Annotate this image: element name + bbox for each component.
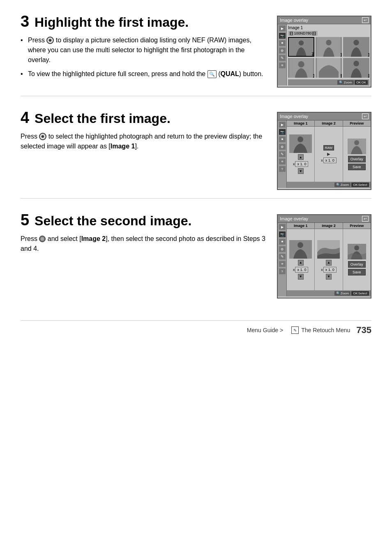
s2-icon-6: ≋ [279,159,286,164]
ok-btn: OK OK [355,80,368,85]
s3-icon-2: 📷 [279,231,286,237]
page-container: 3 Highlight the first image. Press ⊛ to … [0,0,392,344]
step-3-bullet-1: Press ⊛ to display a picture selection d… [21,35,269,65]
screen3-right-btns: Overlay Save [348,261,366,275]
screen3-col2-body: ▲ x x 1. 0 ▼ [315,229,343,290]
screen3-header: Image overlay ↩ [278,215,371,223]
screen2-col-headers: Image 1 Image 2 Preview [287,120,371,127]
screen3-col1-header: Image 1 [287,223,315,229]
s3-icon-4: ⚙ [279,246,286,252]
screen2-col2-body: RAW ▶ x x 1. 0 [315,127,343,182]
screen3-col3-body: Overlay Save [343,229,371,290]
screen2-col1-scale-val: x 1. 0 [295,161,308,167]
step-5-body: Press and select [Image 2], then select … [21,234,269,254]
ok-label: OK [356,81,361,84]
svg-point-14 [354,140,359,145]
s2-icon-1: ▶ [279,122,286,127]
screen3-title: Image overlay [280,216,308,221]
step-5-number: 5 [21,211,29,229]
col2-arrow: ▶ [327,152,330,156]
screen3-preview-thumb [348,244,366,259]
sidebar-icon-3: ✸ [279,40,286,46]
sidebar-icon-1: ▶ [279,25,286,31]
svg-point-7 [298,61,304,67]
screen2-col2-scale: x x 1. 0 [321,157,337,163]
screen2-preview-thumb [348,139,366,154]
screen3-col-headers: Image 1 Image 2 Preview [287,223,371,229]
screen1-header: Image overlay ↩ [278,16,371,24]
screen3-col1-thumb [289,240,312,259]
svg-point-3 [326,40,331,45]
zoom-q-icon-2: 🔍 [336,183,340,187]
screen3-col2-header: Image 2 [315,223,343,229]
screen2-header: Image overlay ↩ [278,113,371,120]
zoom-label: Zoom [344,81,352,84]
camera-screen-3: Image overlay ↩ ▶ 📷 ✸ ⚙ ✎ ≋ ? Image 1 [277,214,371,298]
screen3-col3-header: Preview [343,223,371,229]
zoom-q-icon-3: 🔍 [336,292,340,295]
screen1-thumb-grid: 0007 0008 [288,37,369,78]
step-5-section: 5 Select the second image. Press and sel… [21,211,371,307]
s3-icon-6: ≋ [279,261,286,267]
select-btn-2: OK Select [351,183,369,187]
s3-icon-1: ▶ [279,224,286,230]
step-4-number: 4 [21,109,29,126]
select-ok-2: OK [353,183,358,187]
page-number: 735 [356,325,371,336]
screen2-col2-scale-val: x 1. 0 [323,157,337,163]
screen2-col1-thumb [289,134,312,153]
svg-point-5 [353,40,359,45]
step-5-heading: Select the second image. [35,213,191,228]
select-label-2: Select [358,183,367,187]
screen2-col2-scale-x: x [321,158,323,162]
folder-badge-2: 2 [312,32,316,35]
overlay-btn[interactable]: Overlay [348,156,366,162]
ok-ok-label: OK [361,81,366,84]
step-3-section: 3 Highlight the first image. Press ⊛ to … [21,12,371,96]
screen2-col1-scale: x x 1. 0 [293,161,309,167]
screen2-title: Image overlay [280,114,308,119]
thumb-0011: 0011 [316,58,342,78]
svg-point-12 [297,137,303,142]
raw-badge: RAW [323,145,334,150]
sidebar-icon-4: ⚙ [279,48,286,53]
screen2-footer: 🔍 Zoom OK Select [287,182,371,188]
screen3-col1-body: ▲ x x 1. 0 ▼ [287,229,315,290]
svg-point-1 [299,40,304,45]
screen2-col2-header: Image 2 [315,120,343,126]
screen2-sidebar: ▶ 📷 ✸ ⚙ ✎ ≋ ? [278,120,287,188]
thumb-0007: 0007 [288,37,314,57]
thumb-0012: 0012 [343,58,369,78]
s3-icon-5: ✎ [279,254,286,259]
s3-down-btn: ▼ [298,274,304,280]
svg-point-10 [353,61,359,66]
save-btn-3[interactable]: Save [348,269,366,275]
screen1-image-label: Image 1 [288,25,369,30]
screen3-col2-scale: x x 1. 0 [321,267,337,273]
screen1-title: Image overlay [280,18,308,23]
step-4-content: 4 Select the first image. Press ⊛ to sel… [21,109,277,151]
zoom-btn-3: 🔍 Zoom [334,291,350,296]
sidebar-icon-2: 📷 [279,33,286,39]
step-3-bullet-2: To view the highlighted picture full scr… [21,69,269,79]
page-footer: Menu Guide > ✎ The Retouch Menu 735 [21,320,371,336]
qual-button-icon: 🔍 [208,70,217,78]
select-label-3: Select [358,292,367,295]
retouch-icon: ✎ [291,326,299,334]
save-btn[interactable]: Save [348,164,366,170]
overlay-btn-3[interactable]: Overlay [348,261,366,268]
screen2-col1-header: Image 1 [287,120,315,126]
select-btn-3: OK Select [351,291,369,296]
step-4-body: Press ⊛ to select the highlighted photog… [21,132,269,151]
s2-icon-5: ✎ [279,151,286,157]
screen2-col1-body: ▲ x x 1. 0 ▼ [287,127,315,182]
s2-icon-7: ? [279,166,286,172]
folder-badge-1: 1 [290,32,293,35]
step-5-title: 5 Select the second image. [21,211,269,230]
zoom-q-icon: 🔍 [339,81,343,84]
multi-selector-icon [39,236,46,242]
screen2-col3-header: Preview [343,120,371,126]
screen3-col1-x: x [293,268,295,272]
screen1-sidebar: ▶ 📷 ✸ ⚙ ✎ ≋ [278,24,287,86]
camera-screen-2: Image overlay ↩ ▶ 📷 ✸ ⚙ ✎ ≋ ? Image 1 [277,112,371,190]
